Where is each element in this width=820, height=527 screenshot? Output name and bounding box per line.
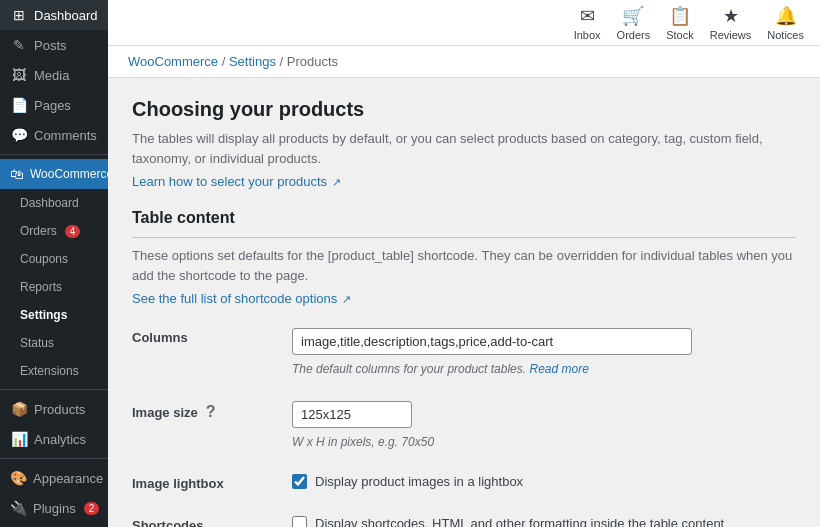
table-row: Image size ? W x H in pixels, e.g. 70x50 [132,389,796,462]
stock-icon: 📋 [669,5,691,27]
image-lightbox-checkbox-label: Display product images in a lightbox [315,474,523,489]
plugins-icon: 🔌 [10,500,27,516]
sidebar-item-woo-status[interactable]: Status [0,329,108,357]
sidebar-item-dashboard[interactable]: ⊞ Dashboard [0,0,108,30]
orders-icon: 🛒 [622,5,644,27]
sidebar-item-comments[interactable]: 💬 Comments [0,120,108,150]
sidebar-item-woo-extensions[interactable]: Extensions [0,357,108,385]
image-lightbox-label: Image lightbox [132,476,224,491]
sidebar: ⊞ Dashboard ✎ Posts 🖼 Media 📄 Pages 💬 Co… [0,0,108,527]
breadcrumb-woocommerce[interactable]: WooCommerce [128,54,218,69]
table-content-heading: Table content [132,209,796,238]
image-size-field-group: W x H in pixels, e.g. 70x50 [292,401,796,449]
topbar: ✉ Inbox 🛒 Orders 📋 Stock ★ Reviews 🔔 Not… [108,0,820,46]
shortcode-external-icon: ↗ [339,293,351,305]
table-content-desc: These options set defaults for the [prod… [132,246,796,285]
main-area: ✉ Inbox 🛒 Orders 📋 Stock ★ Reviews 🔔 Not… [108,0,820,527]
plugins-badge: 2 [84,502,100,515]
reviews-icon-btn[interactable]: ★ Reviews [710,5,752,41]
table-row: Shortcodes Display shortcodes, HTML and … [132,504,796,528]
analytics-icon: 📊 [10,431,28,447]
sidebar-item-woo-coupons[interactable]: Coupons [0,245,108,273]
sidebar-item-woo-orders[interactable]: Orders 4 [0,217,108,245]
reviews-icon: ★ [723,5,739,27]
breadcrumb: WooCommerce / Settings / Products [108,46,820,78]
sidebar-item-woo-reports[interactable]: Reports [0,273,108,301]
sidebar-item-analytics[interactable]: 📊 Analytics [0,424,108,454]
pages-icon: 📄 [10,97,28,113]
columns-field-group: The default columns for your product tab… [292,328,796,376]
page-title: Choosing your products [132,98,796,121]
breadcrumb-current: Products [287,54,338,69]
table-content-section: Table content These options set defaults… [132,209,796,527]
sidebar-item-pages[interactable]: 📄 Pages [0,90,108,120]
columns-input[interactable] [292,328,692,355]
sidebar-item-woo-dashboard[interactable]: Dashboard [0,189,108,217]
orders-badge: 4 [65,225,81,238]
image-size-note: W x H in pixels, e.g. 70x50 [292,435,796,449]
products-icon: 📦 [10,401,28,417]
table-row: Columns The default columns for your pro… [132,316,796,389]
notices-icon-btn[interactable]: 🔔 Notices [767,5,804,41]
image-size-input[interactable] [292,401,412,428]
inbox-icon: ✉ [580,5,595,27]
learn-link[interactable]: Learn how to select your products ↗ [132,174,341,189]
notices-icon: 🔔 [775,5,797,27]
breadcrumb-settings[interactable]: Settings [229,54,276,69]
external-link-icon: ↗ [329,176,341,188]
sidebar-item-products[interactable]: 📦 Products [0,394,108,424]
shortcodes-label: Shortcodes [132,518,204,527]
sidebar-item-users[interactable]: 👤 Users [0,523,108,527]
sidebar-item-woocommerce[interactable]: 🛍 WooCommerce [0,159,108,189]
appearance-icon: 🎨 [10,470,27,486]
media-icon: 🖼 [10,67,28,83]
stock-icon-btn[interactable]: 📋 Stock [666,5,694,41]
sidebar-item-appearance[interactable]: 🎨 Appearance [0,463,108,493]
intro-text: The tables will display all products by … [132,129,796,168]
sidebar-item-posts[interactable]: ✎ Posts [0,30,108,60]
table-row: Image lightbox Display product images in… [132,462,796,504]
posts-icon: ✎ [10,37,28,53]
columns-read-more[interactable]: Read more [529,362,588,376]
content-area: Choosing your products The tables will d… [108,78,820,527]
shortcodes-checkbox[interactable] [292,516,307,527]
columns-label: Columns [132,330,188,345]
image-size-help-icon[interactable]: ? [206,403,216,421]
columns-note: The default columns for your product tab… [292,362,796,376]
image-lightbox-checkbox[interactable] [292,474,307,489]
comments-icon: 💬 [10,127,28,143]
settings-table: Columns The default columns for your pro… [132,316,796,527]
image-lightbox-field-group: Display product images in a lightbox [292,474,796,489]
shortcodes-checkbox-label: Display shortcodes, HTML and other forma… [315,516,724,527]
image-size-label: Image size [132,405,198,420]
orders-icon-btn[interactable]: 🛒 Orders [617,5,651,41]
shortcodes-field-group: Display shortcodes, HTML and other forma… [292,516,796,527]
woocommerce-icon: 🛍 [10,166,24,182]
sidebar-item-media[interactable]: 🖼 Media [0,60,108,90]
shortcode-link[interactable]: See the full list of shortcode options ↗ [132,291,351,306]
dashboard-icon: ⊞ [10,7,28,23]
sidebar-item-plugins[interactable]: 🔌 Plugins 2 [0,493,108,523]
sidebar-item-woo-settings[interactable]: Settings [0,301,108,329]
inbox-icon-btn[interactable]: ✉ Inbox [574,5,601,41]
